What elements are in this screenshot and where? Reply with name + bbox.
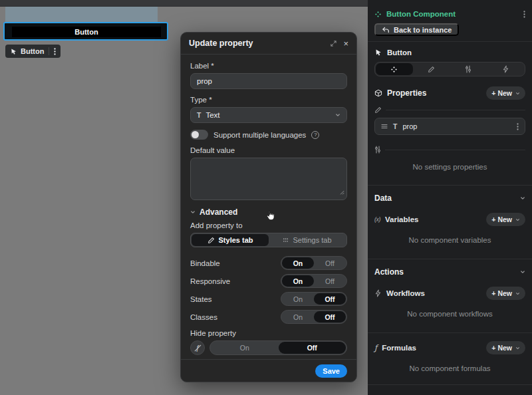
selected-button-element[interactable]: Button — [3, 22, 168, 41]
data-section-header[interactable]: Data — [374, 193, 525, 203]
element-tag-label: Button — [21, 47, 44, 55]
app-window: Button Button Update property × Label * — [0, 0, 532, 395]
default-value-textarea[interactable] — [190, 158, 347, 200]
modal-title: Update property — [189, 39, 324, 48]
settings-tab-option[interactable]: Settings tab — [269, 234, 346, 246]
off-option[interactable]: Off — [314, 275, 346, 287]
hide-property-toggle[interactable]: On Off — [209, 340, 347, 355]
selected-element-row[interactable]: Button — [374, 47, 525, 59]
text-type-icon: T — [393, 122, 397, 130]
resize-handle-icon[interactable] — [340, 186, 344, 198]
off-option[interactable]: Off — [314, 293, 346, 305]
chevron-down-icon — [515, 291, 520, 296]
button-element[interactable]: Button — [12, 27, 161, 37]
pencil-icon — [207, 237, 215, 244]
type-select-value: Text — [205, 111, 335, 119]
property-row-prop[interactable]: T prop — [374, 118, 525, 135]
page-header-element[interactable] — [5, 7, 158, 22]
actions-section-header[interactable]: Actions — [374, 267, 525, 277]
formulas-empty-text: No component formulas — [374, 364, 525, 372]
formula-icon[interactable]: ƒ — [190, 340, 205, 355]
tab-component[interactable] — [376, 63, 413, 75]
divider — [368, 41, 532, 42]
label-input-wrap — [190, 73, 347, 89]
on-option[interactable]: On — [282, 311, 314, 323]
off-option[interactable]: Off — [314, 257, 346, 269]
on-option[interactable]: On — [282, 275, 314, 287]
language-toggle-label: Support multiple languages — [213, 131, 306, 139]
off-option[interactable]: Off — [314, 311, 346, 323]
panel-kebab-menu[interactable] — [523, 11, 525, 18]
property-name: prop — [402, 122, 511, 130]
tab-styles[interactable] — [413, 63, 450, 75]
workflows-label: Workflows — [386, 289, 481, 297]
cube-icon — [374, 89, 382, 97]
type-field-label: Type * — [190, 96, 347, 104]
settings-empty-text: No settings properties — [374, 163, 525, 171]
new-formula-label: + New — [491, 344, 512, 352]
on-option[interactable]: On — [282, 293, 314, 305]
settings-properties-divider — [374, 146, 525, 154]
responsive-toggle[interactable]: On Off — [281, 274, 347, 288]
property-kebab-menu[interactable] — [517, 123, 519, 130]
label-input[interactable] — [197, 77, 340, 85]
component-header: Button Component — [374, 8, 525, 20]
update-property-modal: Update property × Label * Type * T Text — [180, 32, 357, 382]
close-icon[interactable]: × — [343, 39, 348, 49]
cursor-select-icon — [374, 49, 382, 57]
component-panel: Button Component Back to instance Button — [368, 0, 532, 395]
hide-property-row: ƒ On Off — [190, 340, 347, 355]
pencil-icon — [428, 66, 435, 73]
on-option[interactable]: On — [211, 342, 279, 354]
divider — [368, 384, 532, 385]
sliders-icon — [374, 146, 381, 154]
tab-target-segmented-control: Styles tab Settings tab — [190, 233, 347, 247]
new-property-label: + New — [491, 89, 512, 97]
panel-tabbar — [374, 62, 525, 76]
states-toggle[interactable]: On Off — [281, 292, 347, 306]
component-icon — [374, 11, 382, 18]
classes-label: Classes — [190, 313, 217, 321]
chevron-down-icon — [515, 217, 520, 222]
new-variable-button[interactable]: + New — [486, 213, 525, 226]
classes-toggle[interactable]: On Off — [281, 310, 347, 324]
advanced-label: Advanced — [200, 207, 237, 217]
new-variable-label: + New — [491, 215, 512, 223]
back-to-instance-button[interactable]: Back to instance — [374, 23, 459, 36]
new-property-button[interactable]: + New — [486, 86, 525, 100]
classes-row: Classes On Off — [190, 310, 347, 324]
sliders-icon — [465, 65, 471, 73]
expand-icon[interactable] — [331, 41, 336, 47]
new-workflow-button[interactable]: + New — [486, 287, 525, 300]
selected-element-label: Button — [387, 49, 412, 57]
new-formula-button[interactable]: + New — [486, 341, 525, 354]
chevron-down-icon — [520, 269, 525, 275]
element-tag[interactable]: Button — [5, 45, 61, 58]
drag-handle-icon[interactable] — [381, 124, 388, 129]
styles-tab-option[interactable]: Styles tab — [192, 234, 269, 246]
bindable-row: Bindable On Off — [190, 256, 347, 270]
tab-actions[interactable] — [487, 63, 524, 75]
grid-dots-icon — [283, 237, 289, 243]
modal-header: Update property × — [181, 33, 356, 55]
formulas-label: Formulas — [382, 344, 481, 352]
variables-icon: (x) — [374, 216, 380, 223]
styles-properties-divider — [374, 106, 525, 114]
element-kebab-menu[interactable] — [49, 45, 61, 58]
help-icon[interactable]: ? — [311, 131, 319, 139]
advanced-section-toggle[interactable]: Advanced — [190, 207, 347, 217]
responsive-label: Responsive — [190, 277, 230, 285]
add-property-to-label: Add property to — [190, 221, 347, 229]
chevron-down-icon — [515, 346, 520, 350]
return-arrow-icon — [382, 27, 390, 33]
language-toggle[interactable] — [190, 130, 208, 140]
off-option[interactable]: Off — [279, 342, 346, 354]
bindable-toggle[interactable]: On Off — [281, 256, 347, 270]
on-option[interactable]: On — [282, 257, 314, 269]
properties-section-header: Properties + New — [374, 86, 525, 100]
bindable-label: Bindable — [190, 259, 220, 267]
type-select[interactable]: T Text — [190, 107, 347, 123]
save-button[interactable]: Save — [315, 364, 347, 378]
default-value-label: Default value — [190, 146, 347, 154]
tab-settings[interactable] — [450, 63, 487, 75]
